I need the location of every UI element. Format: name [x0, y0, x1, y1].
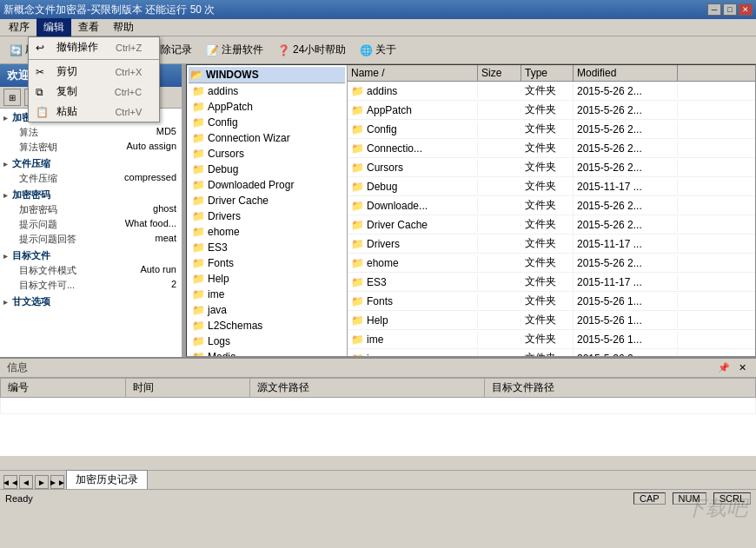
info-col-src: 源文件路径	[250, 379, 485, 398]
file-icon: 📁	[351, 238, 364, 250]
hint-ans-row: 提示问题回答 meat	[2, 232, 180, 247]
cut-item[interactable]: ✂ 剪切 Ctrl+X	[29, 62, 159, 82]
cut-icon: ✂	[36, 66, 50, 78]
table-row[interactable]: 📁 java 文件夹 2015-5-26 2...	[348, 349, 755, 356]
copy-icon: ⧉	[36, 86, 50, 98]
folder-item[interactable]: 📁ime	[189, 287, 345, 302]
section-target-header[interactable]: ▸ 目标文件	[2, 248, 180, 263]
menu-view[interactable]: 查看	[71, 18, 106, 36]
paste-icon: 📋	[36, 106, 50, 118]
folder-item[interactable]: 📁Logs	[189, 333, 345, 349]
section-compression-header[interactable]: ▸ 文件压缩	[2, 156, 180, 171]
folder-icon: 📁	[192, 101, 205, 113]
nav-first-button[interactable]: ◄◄	[3, 475, 17, 489]
folder-item[interactable]: 📁Connection Wizar	[189, 130, 345, 146]
table-row[interactable]: 📁 Config 文件夹 2015-5-26 2...	[348, 120, 755, 139]
paste-item[interactable]: 📋 粘贴 Ctrl+V	[29, 102, 159, 122]
pwd-row: 加密密码 ghost	[2, 202, 180, 217]
table-row[interactable]: 📁 AppPatch 文件夹 2015-5-26 2...	[348, 101, 755, 120]
file-icon: 📁	[351, 123, 364, 135]
folder-icon: 📁	[192, 241, 205, 254]
table-row[interactable]: 📁 Driver Cache 文件夹 2015-5-26 2...	[348, 215, 755, 234]
undo-item[interactable]: ↩ 撤销操作 Ctrl+Z	[29, 37, 159, 57]
menu-edit[interactable]: 编辑	[36, 18, 71, 36]
folder-item[interactable]: 📁addins	[189, 83, 345, 99]
folder-icon: 📁	[192, 351, 205, 356]
file-list[interactable]: Name / Size Type Modified	[348, 65, 755, 356]
copy-item[interactable]: ⧉ 复制 Ctrl+C	[29, 82, 159, 102]
section-other-header[interactable]: ▸ 甘文选项	[2, 294, 180, 309]
folder-item[interactable]: 📁Debug	[189, 162, 345, 177]
folder-item[interactable]: 📁Media	[189, 349, 345, 356]
minimize-button[interactable]: ─	[707, 3, 721, 16]
table-row[interactable]: 📁 Cursors 文件夹 2015-5-26 2...	[348, 158, 755, 177]
nav-prev-button[interactable]: ◄	[19, 475, 33, 489]
table-row[interactable]: 📁 Downloade... 文件夹 2015-5-26 2...	[348, 196, 755, 215]
section-password: ▸ 加密密码 加密密码 ghost 提示问题 What food... 提示问题…	[2, 188, 180, 247]
table-row[interactable]: 📁 Fonts 文件夹 2015-5-26 1...	[348, 292, 755, 311]
table-row[interactable]: 📁 ES3 文件夹 2015-11-17 ...	[348, 273, 755, 292]
col-size[interactable]: Size	[478, 65, 521, 81]
folder-item[interactable]: 📁Help	[189, 271, 345, 287]
close-button[interactable]: ✕	[739, 3, 753, 16]
folder-icon: 📁	[192, 226, 205, 238]
folder-icon: 📁	[192, 304, 205, 316]
table-row[interactable]: 📁 Drivers 文件夹 2015-11-17 ...	[348, 234, 755, 254]
edit-dropdown: ↩ 撤销操作 Ctrl+Z ✂ 剪切 Ctrl+X ⧉ 复制 Ctrl+C	[28, 36, 160, 122]
refresh-icon: 🔄	[10, 44, 23, 56]
table-row[interactable]: 📁 Help 文件夹 2015-5-26 1...	[348, 311, 755, 330]
nav-next-button[interactable]: ►	[35, 475, 49, 489]
about-button[interactable]: 🌐 关于	[354, 39, 402, 62]
folder-icon: 📁	[192, 335, 205, 347]
table-row[interactable]: 📁 Connectio... 文件夹 2015-5-26 2...	[348, 139, 755, 158]
folder-item[interactable]: 📁Driver Cache	[189, 193, 345, 208]
table-row[interactable]: 📁 ehome 文件夹 2015-5-26 2...	[348, 254, 755, 273]
table-row[interactable]: 📁 addins 文件夹 2015-5-26 2...	[348, 82, 755, 101]
info-col-time: 时间	[125, 379, 250, 398]
folder-open-icon: 📂	[190, 69, 203, 81]
file-icon: 📁	[351, 200, 364, 212]
scrl-indicator: SCRL	[713, 492, 751, 505]
info-col-num: 编号	[1, 379, 126, 398]
help-icon: ❓	[277, 44, 290, 56]
panel-tool-1[interactable]: ⊞	[3, 89, 21, 106]
folder-item[interactable]: 📁L2Schemas	[189, 318, 345, 333]
maximize-button[interactable]: □	[723, 3, 737, 16]
folder-tree: 📂 WINDOWS 📁addins📁AppPatch📁Config📁Connec…	[187, 65, 348, 356]
file-icon: 📁	[351, 333, 364, 346]
folder-item[interactable]: 📁AppPatch	[189, 99, 345, 115]
folder-item[interactable]: 📁Drivers	[189, 208, 345, 224]
caps-indicator: CAP	[633, 492, 666, 505]
col-type[interactable]: Type	[521, 65, 574, 81]
info-table: 编号 时间 源文件路径 目标文件路径	[0, 378, 756, 414]
help-button[interactable]: ❓ 24小时帮助	[271, 39, 352, 62]
info-body: 编号 时间 源文件路径 目标文件路径	[0, 378, 756, 456]
status-right: CAP NUM SCRL	[633, 492, 751, 505]
section-password-header[interactable]: ▸ 加密密码	[2, 188, 180, 202]
menu-program[interactable]: 程序	[2, 18, 36, 36]
register-button[interactable]: 📝 注册软件	[200, 39, 269, 62]
table-row[interactable]: 📁 ime 文件夹 2015-5-26 1...	[348, 330, 755, 349]
table-row[interactable]: 📁 Debug 文件夹 2015-11-17 ...	[348, 177, 755, 196]
col-name[interactable]: Name /	[348, 65, 478, 81]
status-bar: Ready CAP NUM SCRL	[0, 489, 756, 506]
folder-item[interactable]: 📁ehome	[189, 224, 345, 240]
nav-last-button[interactable]: ►►	[50, 475, 64, 489]
file-rows-container: 📁 addins 文件夹 2015-5-26 2... 📁 AppPatch 文…	[348, 82, 755, 356]
history-tab[interactable]: 加密历史记录	[66, 470, 148, 489]
file-icon: 📁	[351, 142, 364, 155]
info-col-dst: 目标文件路径	[485, 379, 756, 398]
col-modified[interactable]: Modified	[574, 65, 678, 81]
folder-item[interactable]: 📁Cursors	[189, 146, 345, 162]
folder-item[interactable]: 📁Downloaded Progr	[189, 177, 345, 193]
menu-help[interactable]: 帮助	[106, 18, 141, 36]
folder-item[interactable]: 📁Fonts	[189, 255, 345, 271]
info-pin-button[interactable]: 📌	[715, 362, 733, 373]
folder-item[interactable]: 📁java	[189, 302, 345, 318]
about-icon: 🌐	[360, 44, 373, 56]
alg-row: 算法 MD5	[2, 125, 180, 140]
file-icon: 📁	[351, 219, 364, 231]
info-close-button[interactable]: ✕	[736, 362, 749, 373]
folder-item[interactable]: 📁ES3	[189, 240, 345, 255]
folder-item[interactable]: 📁Config	[189, 115, 345, 130]
